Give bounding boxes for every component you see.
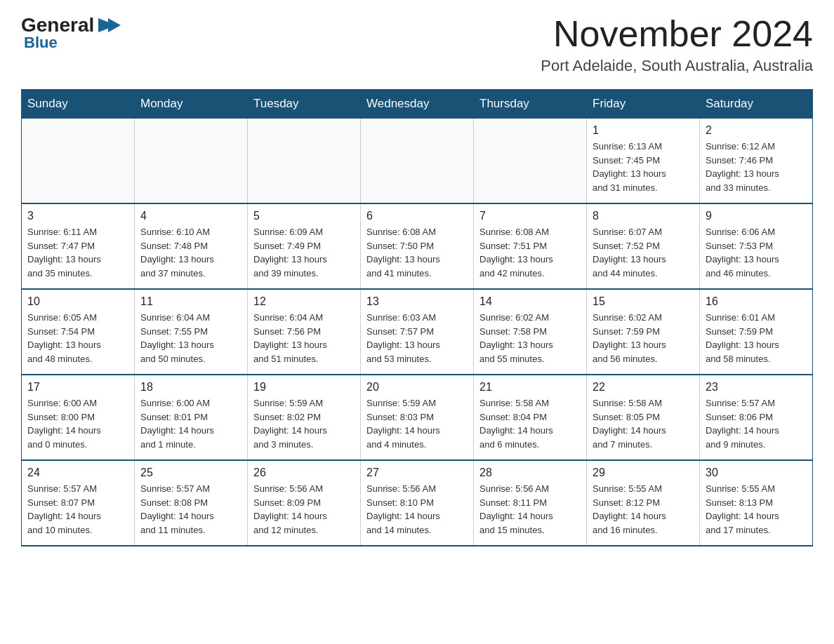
logo: General Blue — [21, 14, 121, 52]
day-number: 16 — [706, 295, 807, 308]
calendar-cell: 6Sunrise: 6:08 AM Sunset: 7:50 PM Daylig… — [361, 203, 474, 289]
calendar-cell: 18Sunrise: 6:00 AM Sunset: 8:01 PM Dayli… — [135, 375, 248, 460]
calendar-cell — [361, 119, 474, 204]
calendar-cell — [135, 119, 248, 204]
day-info: Sunrise: 5:55 AM Sunset: 8:12 PM Dayligh… — [593, 482, 694, 537]
day-info: Sunrise: 6:00 AM Sunset: 8:00 PM Dayligh… — [27, 396, 128, 451]
day-number: 30 — [706, 467, 807, 479]
calendar-cell: 12Sunrise: 6:04 AM Sunset: 7:56 PM Dayli… — [248, 289, 361, 375]
day-info: Sunrise: 5:56 AM Sunset: 8:10 PM Dayligh… — [366, 482, 468, 537]
day-number: 7 — [479, 210, 581, 222]
calendar-cell: 28Sunrise: 5:56 AM Sunset: 8:11 PM Dayli… — [474, 460, 587, 546]
title-area: November 2024 Port Adelaide, South Austr… — [541, 14, 813, 75]
svg-marker-1 — [108, 18, 121, 32]
day-info: Sunrise: 5:55 AM Sunset: 8:13 PM Dayligh… — [706, 482, 807, 537]
day-number: 18 — [140, 381, 241, 394]
logo-blue-text: Blue — [21, 34, 58, 52]
day-info: Sunrise: 6:10 AM Sunset: 7:48 PM Dayligh… — [140, 225, 241, 280]
calendar-cell: 8Sunrise: 6:07 AM Sunset: 7:52 PM Daylig… — [587, 203, 700, 289]
calendar-row-3: 10Sunrise: 6:05 AM Sunset: 7:54 PM Dayli… — [22, 289, 813, 375]
calendar-row-2: 3Sunrise: 6:11 AM Sunset: 7:47 PM Daylig… — [22, 203, 813, 289]
calendar-cell: 14Sunrise: 6:02 AM Sunset: 7:58 PM Dayli… — [474, 289, 587, 375]
day-info: Sunrise: 5:57 AM Sunset: 8:08 PM Dayligh… — [140, 482, 241, 537]
weekday-header-friday: Friday — [587, 90, 700, 119]
day-info: Sunrise: 6:03 AM Sunset: 7:57 PM Dayligh… — [366, 311, 468, 365]
day-info: Sunrise: 6:09 AM Sunset: 7:49 PM Dayligh… — [253, 225, 355, 280]
day-info: Sunrise: 5:56 AM Sunset: 8:09 PM Dayligh… — [253, 482, 355, 537]
day-number: 17 — [27, 381, 128, 394]
calendar-cell — [474, 119, 587, 204]
day-number: 13 — [366, 295, 468, 308]
weekday-header-wednesday: Wednesday — [361, 90, 474, 119]
day-info: Sunrise: 5:58 AM Sunset: 8:05 PM Dayligh… — [593, 396, 694, 451]
day-number: 4 — [140, 210, 241, 222]
calendar-cell: 3Sunrise: 6:11 AM Sunset: 7:47 PM Daylig… — [22, 203, 135, 289]
day-info: Sunrise: 5:58 AM Sunset: 8:04 PM Dayligh… — [479, 396, 581, 451]
day-info: Sunrise: 6:02 AM Sunset: 7:59 PM Dayligh… — [593, 311, 694, 365]
location-title: Port Adelaide, South Australia, Australi… — [541, 57, 813, 75]
day-number: 1 — [593, 124, 694, 137]
calendar-cell: 9Sunrise: 6:06 AM Sunset: 7:53 PM Daylig… — [700, 203, 813, 289]
day-number: 11 — [140, 295, 241, 308]
calendar-cell: 4Sunrise: 6:10 AM Sunset: 7:48 PM Daylig… — [135, 203, 248, 289]
day-number: 22 — [593, 381, 694, 394]
day-number: 24 — [27, 467, 128, 479]
day-info: Sunrise: 5:57 AM Sunset: 8:07 PM Dayligh… — [27, 482, 128, 537]
day-info: Sunrise: 6:00 AM Sunset: 8:01 PM Dayligh… — [140, 396, 241, 451]
day-info: Sunrise: 5:57 AM Sunset: 8:06 PM Dayligh… — [706, 396, 807, 451]
calendar-cell: 30Sunrise: 5:55 AM Sunset: 8:13 PM Dayli… — [700, 460, 813, 546]
day-number: 10 — [27, 295, 128, 308]
day-info: Sunrise: 6:08 AM Sunset: 7:50 PM Dayligh… — [366, 225, 468, 280]
weekday-header-thursday: Thursday — [474, 90, 587, 119]
day-info: Sunrise: 5:59 AM Sunset: 8:02 PM Dayligh… — [253, 396, 355, 451]
calendar-cell: 27Sunrise: 5:56 AM Sunset: 8:10 PM Dayli… — [361, 460, 474, 546]
calendar-cell: 10Sunrise: 6:05 AM Sunset: 7:54 PM Dayli… — [22, 289, 135, 375]
calendar-cell: 19Sunrise: 5:59 AM Sunset: 8:02 PM Dayli… — [248, 375, 361, 460]
weekday-header-sunday: Sunday — [22, 90, 135, 119]
day-number: 6 — [366, 210, 468, 222]
day-info: Sunrise: 6:02 AM Sunset: 7:58 PM Dayligh… — [479, 311, 581, 365]
day-number: 26 — [253, 467, 355, 479]
day-info: Sunrise: 5:59 AM Sunset: 8:03 PM Dayligh… — [366, 396, 468, 451]
calendar-row-1: 1Sunrise: 6:13 AM Sunset: 7:45 PM Daylig… — [22, 119, 813, 204]
day-number: 3 — [27, 210, 128, 222]
day-info: Sunrise: 6:04 AM Sunset: 7:55 PM Dayligh… — [140, 311, 241, 365]
day-info: Sunrise: 6:12 AM Sunset: 7:46 PM Dayligh… — [706, 140, 807, 194]
day-number: 15 — [593, 295, 694, 308]
day-number: 28 — [479, 467, 581, 479]
day-number: 27 — [366, 467, 468, 479]
calendar-cell — [248, 119, 361, 204]
weekday-header-row: SundayMondayTuesdayWednesdayThursdayFrid… — [22, 90, 813, 119]
calendar-cell: 21Sunrise: 5:58 AM Sunset: 8:04 PM Dayli… — [474, 375, 587, 460]
calendar-cell: 26Sunrise: 5:56 AM Sunset: 8:09 PM Dayli… — [248, 460, 361, 546]
day-info: Sunrise: 6:04 AM Sunset: 7:56 PM Dayligh… — [253, 311, 355, 365]
day-info: Sunrise: 6:06 AM Sunset: 7:53 PM Dayligh… — [706, 225, 807, 280]
calendar-cell: 2Sunrise: 6:12 AM Sunset: 7:46 PM Daylig… — [700, 119, 813, 204]
calendar-cell: 17Sunrise: 6:00 AM Sunset: 8:00 PM Dayli… — [22, 375, 135, 460]
calendar-cell: 11Sunrise: 6:04 AM Sunset: 7:55 PM Dayli… — [135, 289, 248, 375]
day-number: 21 — [479, 381, 581, 394]
logo-arrow-icon — [95, 15, 121, 35]
weekday-header-monday: Monday — [135, 90, 248, 119]
calendar-cell: 20Sunrise: 5:59 AM Sunset: 8:03 PM Dayli… — [361, 375, 474, 460]
calendar-table: SundayMondayTuesdayWednesdayThursdayFrid… — [21, 89, 813, 546]
weekday-header-saturday: Saturday — [700, 90, 813, 119]
day-number: 19 — [253, 381, 355, 394]
calendar-cell: 1Sunrise: 6:13 AM Sunset: 7:45 PM Daylig… — [587, 119, 700, 204]
calendar-row-5: 24Sunrise: 5:57 AM Sunset: 8:07 PM Dayli… — [22, 460, 813, 546]
day-number: 29 — [593, 467, 694, 479]
day-number: 9 — [706, 210, 807, 222]
calendar-cell: 25Sunrise: 5:57 AM Sunset: 8:08 PM Dayli… — [135, 460, 248, 546]
day-number: 14 — [479, 295, 581, 308]
day-info: Sunrise: 6:08 AM Sunset: 7:51 PM Dayligh… — [479, 225, 581, 280]
day-number: 8 — [593, 210, 694, 222]
day-number: 5 — [253, 210, 355, 222]
calendar-cell: 13Sunrise: 6:03 AM Sunset: 7:57 PM Dayli… — [361, 289, 474, 375]
day-number: 25 — [140, 467, 241, 479]
calendar-cell: 7Sunrise: 6:08 AM Sunset: 7:51 PM Daylig… — [474, 203, 587, 289]
day-number: 23 — [706, 381, 807, 394]
day-info: Sunrise: 6:01 AM Sunset: 7:59 PM Dayligh… — [706, 311, 807, 365]
day-number: 20 — [366, 381, 468, 394]
day-info: Sunrise: 6:11 AM Sunset: 7:47 PM Dayligh… — [27, 225, 128, 280]
day-number: 2 — [706, 124, 807, 137]
